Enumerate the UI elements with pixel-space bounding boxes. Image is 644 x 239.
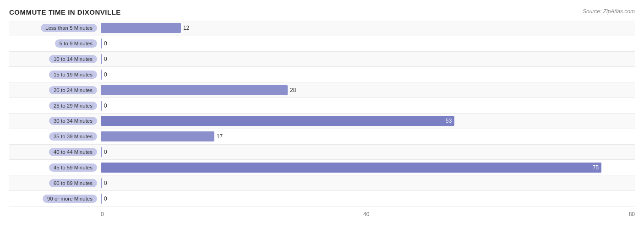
row-label-text: 30 to 34 Minutes: [49, 117, 97, 125]
row-label: 25 to 29 Minutes: [9, 102, 101, 110]
bar-value: 0: [104, 180, 107, 186]
source-label: Source: ZipAtlas.com: [583, 8, 635, 15]
row-label: 35 to 39 Minutes: [9, 132, 101, 141]
row-label-text: 60 to 89 Minutes: [49, 179, 97, 187]
row-label: 60 to 89 Minutes: [9, 179, 101, 187]
row-label-text: 10 to 14 Minutes: [49, 55, 97, 63]
bar-row: 45 to 59 Minutes75: [9, 160, 635, 175]
row-label-text: 90 or more Minutes: [43, 195, 97, 203]
bar: 75: [101, 163, 601, 173]
row-label-text: 15 to 19 Minutes: [49, 71, 97, 79]
row-label: 20 to 24 Minutes: [9, 86, 101, 94]
bar-track: 75: [101, 160, 635, 175]
bar-track: 0: [101, 175, 635, 190]
bar-value: 0: [104, 103, 107, 109]
bar-row: 35 to 39 Minutes17: [9, 129, 635, 145]
row-label: 5 to 9 Minutes: [9, 39, 101, 48]
row-label: 10 to 14 Minutes: [9, 55, 101, 63]
bar-track: 0: [101, 67, 635, 82]
bar-track: 0: [101, 191, 635, 206]
bar-row: Less than 5 Minutes12: [9, 21, 635, 36]
bar-row: 30 to 34 Minutes53: [9, 114, 635, 129]
bar-value: 17: [217, 133, 223, 140]
row-label-text: 5 to 9 Minutes: [55, 39, 97, 48]
x-axis-labels: 0 40 80: [101, 211, 635, 217]
row-label-text: 20 to 24 Minutes: [49, 86, 97, 94]
row-label: 40 to 44 Minutes: [9, 148, 101, 156]
bar-track: 0: [101, 36, 635, 51]
bar-value: 0: [104, 56, 107, 62]
row-label: 15 to 19 Minutes: [9, 71, 101, 79]
bar-track: 0: [101, 98, 635, 113]
bar-row: 90 or more Minutes0: [9, 191, 635, 206]
bar: 0: [101, 194, 102, 204]
row-label: Less than 5 Minutes: [9, 24, 101, 32]
chart-title: COMMUTE TIME IN DIXONVILLE: [9, 8, 635, 16]
bar-track: 0: [101, 52, 635, 67]
row-label-text: 40 to 44 Minutes: [49, 148, 97, 156]
chart-container: COMMUTE TIME IN DIXONVILLE Source: ZipAt…: [0, 0, 644, 239]
bar-track: 17: [101, 129, 635, 144]
bar-row: 40 to 44 Minutes0: [9, 145, 635, 160]
bar-row: 25 to 29 Minutes0: [9, 98, 635, 114]
bar-value: 0: [104, 40, 107, 47]
x-axis: 0 40 80: [9, 206, 635, 219]
bar: 12: [101, 23, 181, 33]
bar-track: 28: [101, 82, 635, 98]
row-label: 30 to 34 Minutes: [9, 117, 101, 125]
bar-row: 15 to 19 Minutes0: [9, 67, 635, 82]
bar-value: 12: [183, 25, 189, 31]
bar-value: 28: [290, 87, 296, 93]
bar: 0: [101, 178, 102, 188]
bar-value: 0: [104, 149, 107, 155]
bar: 0: [101, 70, 102, 80]
bar-value: 0: [104, 71, 107, 78]
row-label: 45 to 59 Minutes: [9, 163, 101, 172]
bar-track: 0: [101, 145, 635, 160]
bar: 0: [101, 147, 102, 157]
bar-track: 12: [101, 21, 635, 36]
bar: 0: [101, 38, 102, 49]
chart-area: Less than 5 Minutes125 to 9 Minutes010 t…: [9, 21, 635, 219]
x-axis-label-80: 80: [629, 211, 635, 217]
bar: 0: [101, 54, 102, 64]
bar-row: 5 to 9 Minutes0: [9, 36, 635, 52]
row-label-text: 35 to 39 Minutes: [49, 132, 97, 141]
bar-row: 20 to 24 Minutes28: [9, 82, 635, 98]
x-axis-label-0: 0: [101, 211, 104, 217]
bar-row: 10 to 14 Minutes0: [9, 52, 635, 67]
x-axis-label-40: 40: [363, 211, 369, 217]
rows-area: Less than 5 Minutes125 to 9 Minutes010 t…: [9, 21, 635, 206]
row-label: 90 or more Minutes: [9, 195, 101, 203]
bar-track: 53: [101, 114, 635, 129]
bar-value: 75: [593, 164, 599, 171]
bar: 0: [101, 101, 102, 111]
bar: 28: [101, 85, 288, 95]
row-label-text: Less than 5 Minutes: [41, 24, 97, 32]
bar-value: 53: [446, 118, 452, 124]
bar-row: 60 to 89 Minutes0: [9, 175, 635, 191]
bar-value: 0: [104, 196, 107, 202]
row-label-text: 45 to 59 Minutes: [49, 163, 97, 172]
bar: 17: [101, 131, 214, 141]
row-label-text: 25 to 29 Minutes: [49, 102, 97, 110]
bar: 53: [101, 116, 454, 126]
